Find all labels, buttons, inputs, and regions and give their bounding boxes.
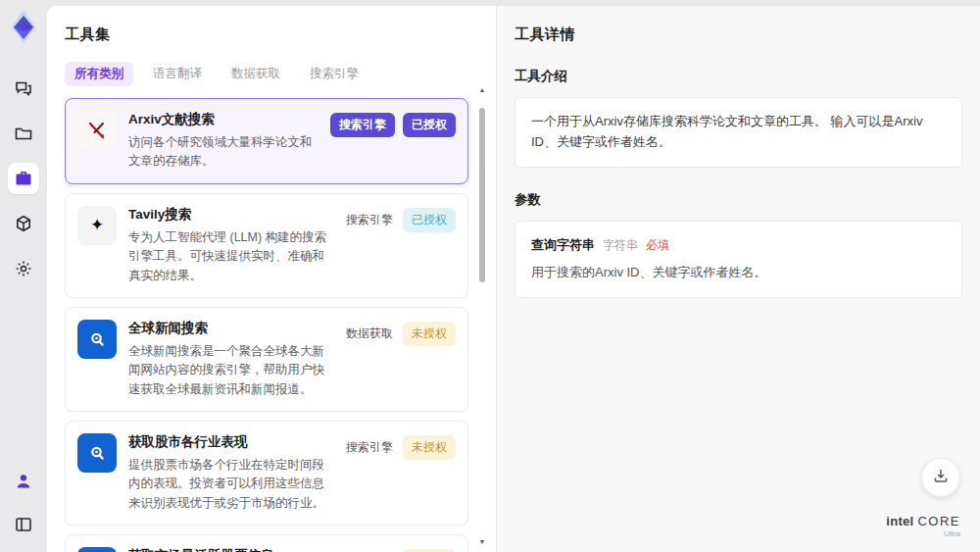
user-icon[interactable] [8, 466, 39, 497]
param-header: 查询字符串 字符串 必填 [531, 235, 946, 256]
tool-name: Arxiv文献搜索 [128, 111, 318, 128]
auth-status-badge: 已授权 [403, 113, 456, 137]
intel-core-logo: intel CORE Ultra [886, 514, 960, 538]
category-badge: 搜索引擎 [330, 113, 395, 137]
brand-core-text: CORE [917, 514, 960, 528]
tool-card[interactable]: 获取市场最活跃股票信息 提供当天交易量最高的股票列表。投资者可以利用这些信息来识… [65, 534, 468, 552]
param-card: 查询字符串 字符串 必填 用于搜索的Arxiv ID、关键字或作者姓名。 [514, 221, 962, 299]
toolbox-icon[interactable] [8, 163, 39, 194]
cube-icon[interactable] [8, 208, 39, 239]
tool-name: Tavily搜索 [128, 206, 332, 224]
chat-icon[interactable] [8, 73, 39, 104]
intro-heading: 工具介绍 [514, 68, 962, 85]
category-badge: 搜索引擎 [344, 435, 395, 460]
split-panel-icon[interactable] [8, 509, 39, 540]
brand-intel-text: intel [886, 514, 913, 528]
list-scrollbar[interactable]: ▲ ▼ [477, 86, 487, 545]
tool-description: 专为人工智能代理 (LLM) 构建的搜索引擎工具。可快速提供实时、准确和真实的结… [128, 228, 332, 285]
brand-sub-text: Ultra [886, 529, 960, 538]
param-name: 查询字符串 [531, 235, 595, 256]
category-badge: 数据获取 [344, 322, 395, 346]
tool-card[interactable]: Arxiv文献搜索 访问各个研究领域大量科学论文和文章的存储库。 搜索引擎 已授… [65, 98, 468, 184]
tool-name: 获取股市各行业表现 [128, 433, 332, 451]
rail-bottom [8, 466, 39, 540]
app-logo-icon [7, 8, 40, 45]
param-required-badge: 必填 [646, 236, 669, 255]
params-heading: 参数 [514, 191, 962, 209]
tool-name: 全球新闻搜索 [128, 320, 332, 337]
folder-icon[interactable] [8, 118, 39, 149]
page-title: 工具集 [65, 25, 496, 44]
tab-all-categories[interactable]: 所有类别 [65, 62, 133, 86]
tool-card[interactable]: ✦ Tavily搜索 专为人工智能代理 (LLM) 构建的搜索引擎工具。可快速提… [65, 193, 468, 298]
category-tabs: 所有类别语言翻译数据获取搜索引擎 [65, 62, 496, 86]
tool-description: 提供股票市场各个行业在特定时间段内的表现。投资者可以利用这些信息来识别表现优于或… [128, 456, 332, 513]
tool-description: 访问各个研究领域大量科学论文和文章的存储库。 [128, 133, 318, 172]
detail-title: 工具详情 [514, 25, 962, 44]
scroll-up-icon[interactable]: ▲ [477, 86, 487, 93]
arxiv-icon [77, 111, 117, 150]
finance-search-icon [77, 433, 117, 473]
main-surface: 工具集 所有类别语言翻译数据获取搜索引擎 Arxiv文献搜索 访问各个研究领域大… [47, 6, 980, 552]
finance-search-icon [77, 320, 117, 359]
intro-card: 一个用于从Arxiv存储库搜索科学论文和文章的工具。 输入可以是Arxiv ID… [514, 97, 962, 168]
intro-text: 一个用于从Arxiv存储库搜索科学论文和文章的工具。 输入可以是Arxiv ID… [531, 114, 922, 149]
settings-icon[interactable] [8, 253, 39, 284]
tool-card[interactable]: 全球新闻搜索 全球新闻搜索是一个聚合全球各大新闻网站内容的搜索引擎，帮助用户快速… [65, 307, 468, 412]
scrollbar-thumb[interactable] [479, 108, 485, 282]
download-icon [932, 467, 950, 488]
tab-1[interactable]: 语言翻译 [143, 62, 212, 86]
auth-status-badge: 已授权 [403, 208, 456, 232]
rail-nav [8, 73, 39, 284]
app-rail [0, 0, 47, 552]
auth-status-badge: 未授权 [403, 435, 456, 460]
tool-card[interactable]: 获取股市各行业表现 提供股票市场各个行业在特定时间段内的表现。投资者可以利用这些… [65, 421, 468, 526]
tool-description: 全球新闻搜索是一个聚合全球各大新闻网站内容的搜索引擎，帮助用户快速获取全球最新资… [128, 342, 332, 399]
tab-3[interactable]: 搜索引擎 [300, 62, 368, 86]
auth-status-badge: 未授权 [403, 322, 456, 346]
tool-list: Arxiv文献搜索 访问各个研究领域大量科学论文和文章的存储库。 搜索引擎 已授… [65, 98, 496, 552]
tool-name: 获取市场最活跃股票信息 [128, 547, 332, 552]
param-type: 字符串 [603, 236, 638, 255]
tab-2[interactable]: 数据获取 [221, 62, 290, 86]
download-button[interactable] [921, 458, 960, 497]
param-desc: 用于搜索的Arxiv ID、关键字或作者姓名。 [531, 263, 946, 283]
scroll-down-icon[interactable]: ▼ [477, 538, 487, 545]
category-badge: 搜索引擎 [344, 208, 395, 232]
tools-panel: 工具集 所有类别语言翻译数据获取搜索引擎 Arxiv文献搜索 访问各个研究领域大… [47, 6, 496, 552]
sparkle-icon: ✦ [77, 206, 117, 245]
tool-details-panel: 工具详情 工具介绍 一个用于从Arxiv存储库搜索科学论文和文章的工具。 输入可… [496, 6, 980, 552]
finance-search-icon [77, 547, 117, 552]
